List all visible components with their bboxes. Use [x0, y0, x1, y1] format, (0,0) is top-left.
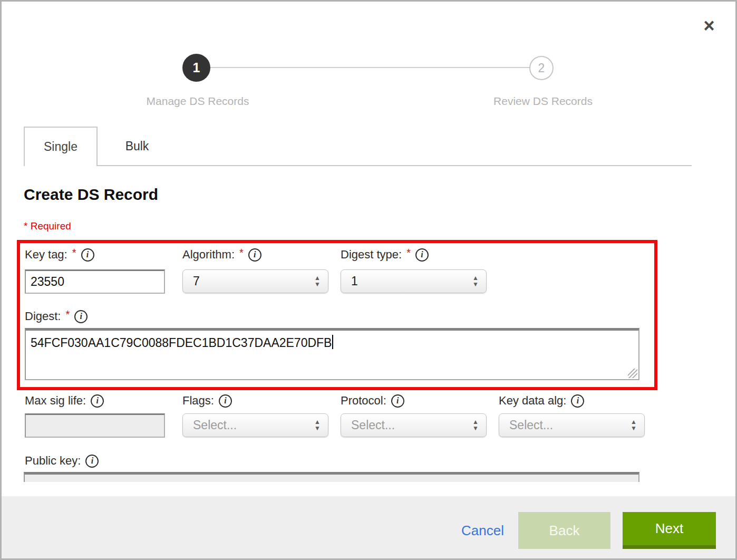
digest-textarea[interactable]: 54FCF030AA1C79C0088FDEC1BD1C37DAA2E70DFB: [25, 328, 639, 380]
algorithm-select-value: 7: [193, 274, 314, 288]
required-asterisk: *: [406, 247, 411, 259]
max-sig-life-input[interactable]: [25, 413, 165, 438]
page-title: Create DS Record: [24, 186, 158, 204]
required-note: * Required: [24, 220, 71, 232]
digest-type-select-value: 1: [351, 274, 472, 288]
digest-type-label-text: Digest type:: [341, 248, 402, 262]
required-asterisk: *: [72, 247, 76, 259]
max-sig-life-label: Max sig life: i: [25, 394, 104, 408]
flags-label: Flags: i: [182, 394, 232, 408]
select-arrows-icon: ▲▼: [631, 420, 637, 431]
info-icon[interactable]: i: [248, 248, 261, 262]
select-arrows-icon: ▲▼: [314, 420, 321, 431]
info-icon[interactable]: i: [571, 394, 584, 408]
required-asterisk: *: [239, 247, 244, 259]
info-icon[interactable]: i: [85, 455, 99, 468]
protocol-select-value: Select...: [351, 418, 472, 432]
digest-label-text: Digest:: [25, 310, 61, 323]
flags-select[interactable]: Select... ▲▼: [182, 413, 328, 437]
algorithm-label: Algorithm: * i: [182, 248, 261, 262]
flags-label-text: Flags:: [182, 394, 214, 408]
algorithm-label-text: Algorithm:: [182, 248, 235, 262]
digest-label: Digest: * i: [25, 310, 88, 323]
key-data-alg-label-text: Key data alg:: [499, 394, 566, 408]
key-tag-label-text: Key tag:: [25, 248, 67, 262]
key-data-alg-select-value: Select...: [509, 418, 631, 432]
next-button[interactable]: Next: [623, 512, 716, 549]
step-2-circle: 2: [529, 56, 554, 80]
key-tag-label: Key tag: * i: [25, 248, 94, 262]
info-icon[interactable]: i: [74, 310, 88, 323]
info-icon[interactable]: i: [81, 248, 94, 262]
dialog-footer: Cancel Back Next: [2, 496, 735, 558]
flags-select-value: Select...: [193, 418, 314, 432]
key-tag-input[interactable]: [25, 269, 165, 294]
max-sig-life-label-text: Max sig life:: [25, 394, 86, 408]
info-icon[interactable]: i: [415, 248, 429, 262]
tab-bulk[interactable]: Bulk: [99, 127, 176, 166]
close-icon[interactable]: ×: [697, 14, 721, 37]
digest-value: 54FCF030AA1C79C0088FDEC1BD1C37DAA2E70DFB: [31, 336, 332, 350]
protocol-label-text: Protocol:: [341, 394, 386, 408]
public-key-textarea[interactable]: [24, 472, 639, 482]
resize-handle[interactable]: [628, 369, 637, 378]
digest-type-select[interactable]: 1 ▲▼: [341, 269, 487, 293]
public-key-label-text: Public key:: [25, 454, 81, 468]
select-arrows-icon: ▲▼: [472, 420, 479, 431]
required-asterisk: *: [65, 308, 70, 321]
protocol-select[interactable]: Select... ▲▼: [341, 413, 487, 437]
info-icon[interactable]: i: [91, 394, 104, 408]
algorithm-select[interactable]: 7 ▲▼: [182, 269, 328, 293]
info-icon[interactable]: i: [391, 394, 404, 408]
stepper-connector-line: [210, 67, 531, 68]
info-icon[interactable]: i: [219, 394, 232, 408]
step-2-label: Review DS Records: [459, 95, 627, 108]
tab-single[interactable]: Single: [24, 127, 98, 166]
back-button[interactable]: Back: [518, 512, 610, 549]
key-data-alg-select[interactable]: Select... ▲▼: [499, 413, 645, 437]
create-ds-record-dialog: × 1 2 Manage DS Records Review DS Record…: [0, 0, 737, 560]
select-arrows-icon: ▲▼: [472, 276, 479, 287]
text-cursor: [332, 335, 333, 349]
step-1-label: Manage DS Records: [113, 95, 282, 108]
public-key-label: Public key: i: [25, 454, 99, 468]
key-data-alg-label: Key data alg: i: [499, 394, 584, 408]
digest-type-label: Digest type: * i: [341, 248, 429, 262]
step-1-circle: 1: [182, 54, 210, 82]
protocol-label: Protocol: i: [341, 394, 404, 408]
cancel-button[interactable]: Cancel: [461, 523, 504, 539]
select-arrows-icon: ▲▼: [314, 276, 321, 287]
